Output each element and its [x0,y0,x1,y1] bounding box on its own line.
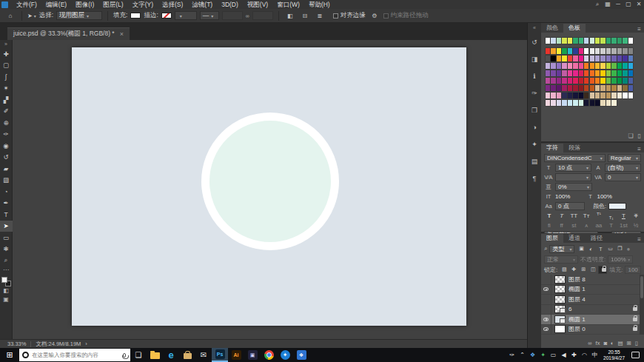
tab-layers[interactable]: 图层 [541,234,563,243]
delete-swatch-icon[interactable]: ▯ [638,133,641,139]
swatch[interactable] [573,100,577,106]
edit-toolbar-icon[interactable]: ⋯ [3,267,9,275]
visibility-toggle[interactable] [541,275,551,284]
swatch[interactable] [606,38,611,44]
path-operations-icon[interactable]: ◧ [284,11,296,21]
path-arrangement-icon[interactable]: ≣ [314,11,326,21]
quick-selection-tool[interactable]: ✶ [0,83,13,95]
swatch[interactable] [600,56,605,61]
swatch[interactable] [590,100,594,106]
swatch[interactable] [546,93,550,98]
menu-item[interactable]: 图像(I) [71,0,98,9]
swatch[interactable] [611,100,616,106]
swatch[interactable] [595,48,600,54]
screen-mode-icon[interactable]: ▣ [0,295,13,304]
opentype-button[interactable]: ff [557,221,567,229]
swatch[interactable] [562,93,566,98]
zoom-level[interactable]: 33.33% [7,341,26,347]
swatch[interactable] [617,56,622,61]
text-style-button[interactable]: TT [569,212,580,220]
layer-row[interactable]: 椭圆 1 [541,315,640,325]
network-icon[interactable]: ◠ [580,352,589,358]
swatch[interactable] [606,78,611,84]
constrain-path-checkbox[interactable]: 约束路径拖动 [383,11,429,20]
swatch[interactable] [584,48,588,54]
tab-swatches[interactable]: 色板 [563,24,586,33]
swatch[interactable] [606,70,611,76]
swatch[interactable] [562,48,566,54]
swatch[interactable] [628,70,633,76]
swatch[interactable] [623,85,627,91]
opentype-button[interactable]: st [569,221,580,229]
swatch[interactable] [546,56,550,61]
swatch[interactable] [573,38,577,44]
text-style-button[interactable]: T¹ [594,212,604,220]
swatch[interactable] [579,56,583,61]
ime-indicator[interactable]: 中 [590,351,600,359]
swatch[interactable] [595,70,600,76]
task-view[interactable]: ❏ [130,348,147,362]
swatch[interactable] [628,78,633,84]
history-icon[interactable]: ↺ [528,33,542,50]
swatch[interactable] [584,93,588,98]
thunder-app[interactable]: ✦ [277,348,293,362]
layer-row[interactable]: 图层 0 [541,325,640,335]
swatch[interactable] [579,100,583,106]
swatch[interactable] [562,38,566,44]
swatch[interactable] [557,48,561,54]
swatch[interactable] [546,85,550,91]
layer-row[interactable]: 图层 4 [541,295,640,305]
eyedropper-tool[interactable]: ✐ [0,106,13,118]
toolbar-collapse-icon[interactable]: » [4,40,7,48]
opentype-button[interactable]: 1st [619,221,629,229]
menu-item[interactable]: 窗口(W) [272,0,304,9]
swatch[interactable] [628,38,633,44]
hidden-icons-chevron[interactable]: ⌃ [517,352,527,358]
swatch[interactable] [551,78,555,84]
swatch[interactable] [617,70,622,76]
edge-browser[interactable]: e [163,348,179,362]
swatch[interactable] [573,78,577,84]
stroke-width-field[interactable]: ▾ [175,11,197,20]
layer-filter-icon[interactable]: ❒ [615,245,624,253]
align-edges-checkbox[interactable]: 对齐边缘 [333,11,366,20]
opentype-button[interactable]: fi [544,221,554,229]
layer-filter-icon[interactable]: ◐ [586,245,595,253]
opacity-field[interactable]: 100%▾ [608,255,633,264]
usb-icon[interactable]: ✚ [569,352,579,358]
clone-source-icon[interactable]: ❐ [528,101,542,118]
panel-menu-icon[interactable]: ≡ [637,236,644,243]
swatch[interactable] [562,78,566,84]
swatch[interactable] [623,38,627,44]
swatch[interactable] [546,70,550,76]
tab-paths[interactable]: 路径 [586,234,608,243]
chrome-browser[interactable] [261,348,277,362]
swatch[interactable] [617,48,622,54]
swatch[interactable] [623,63,627,69]
swatch[interactable] [551,93,555,98]
healing-brush-tool[interactable]: ⊕ [0,117,13,129]
swatch[interactable] [617,63,622,69]
text-style-button[interactable]: T [544,212,554,220]
swatch[interactable] [584,85,588,91]
volume-icon[interactable]: ◀ [559,352,568,358]
swatch[interactable] [600,85,605,91]
link-dimensions-icon[interactable]: ∞ [246,13,249,19]
swatch[interactable] [595,56,600,61]
zoom-tool[interactable]: ⌕ [0,255,13,267]
swatch[interactable] [551,85,555,91]
app-blue[interactable]: ❖ [293,348,309,362]
layers-footer-icon[interactable]: fx [596,340,600,346]
swatch[interactable] [579,85,583,91]
ellipse-shape[interactable] [201,113,339,250]
text-style-button[interactable]: T [557,212,567,220]
new-swatch-icon[interactable]: ❏ [628,133,633,139]
fill-swatch[interactable] [130,13,141,19]
swatch[interactable] [551,63,555,69]
swatch[interactable] [595,38,600,44]
horizontal-scale-value[interactable]: 100% [597,193,611,200]
swatch[interactable] [628,56,633,61]
swatch[interactable] [600,100,605,106]
swatch[interactable] [590,85,594,91]
taskbar-clock[interactable]: 20:55 2019/4/27 [600,349,628,361]
